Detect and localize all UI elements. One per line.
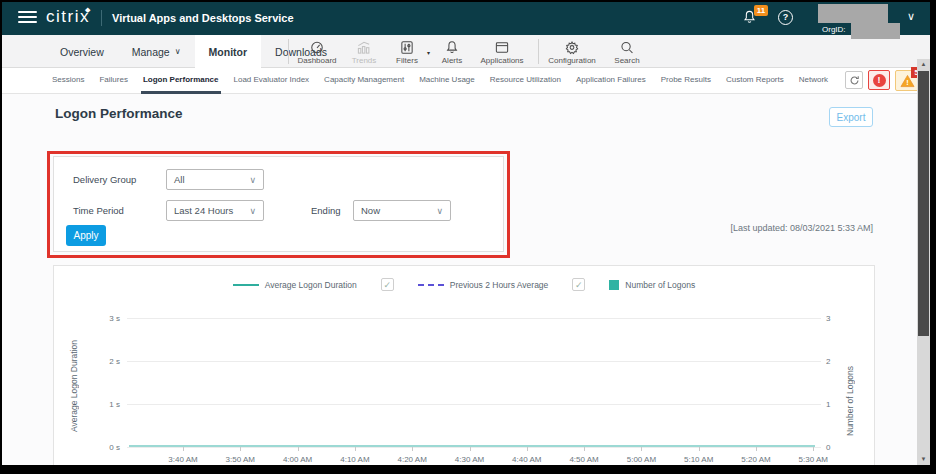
avg-logon-checkbox[interactable]: ✓	[381, 278, 394, 291]
y-tick-left: 1 s	[84, 400, 120, 409]
tab-load-evaluator-index[interactable]: Load Evaluator Index	[232, 68, 312, 94]
y-tick-left: 3 s	[84, 314, 120, 323]
prev2h-checkbox[interactable]: ✓	[572, 278, 585, 291]
x-tick-label: 5:00 AM	[615, 455, 667, 464]
tab-sessions[interactable]: Sessions	[50, 68, 86, 94]
x-tick-label: 5:30 AM	[787, 455, 839, 464]
toolbar-search-label: Search	[614, 56, 639, 65]
toolbar-trends-button[interactable]: Trends	[344, 37, 384, 67]
x-tick-label: 4:00 AM	[272, 455, 324, 464]
tab-application-failures[interactable]: Application Failures	[574, 68, 648, 94]
svg-text:!: !	[906, 78, 908, 87]
logo-divider	[101, 10, 102, 26]
x-tick-label: 5:20 AM	[730, 455, 782, 464]
refresh-button[interactable]	[845, 71, 863, 89]
y-tick-right: 3	[826, 314, 846, 323]
nav-item-label: Manage	[132, 46, 170, 58]
x-tick-mark	[470, 447, 471, 451]
scroll-up-arrow[interactable]: ▲	[917, 59, 930, 70]
delivery-group-dropdown[interactable]: All ∨	[166, 169, 264, 190]
screenshot-frame: citrix ◆ Virtual Apps and Desktops Servi…	[0, 0, 936, 474]
account-chevron-down-icon[interactable]: ∨	[907, 10, 915, 23]
gridline	[127, 318, 821, 319]
top-bar: citrix ◆ Virtual Apps and Desktops Servi…	[2, 2, 930, 35]
chevron-down-icon: ∨	[249, 175, 256, 185]
y-tick-right: 2	[826, 357, 846, 366]
notification-count-badge: 11	[754, 5, 768, 16]
nav-item-overview[interactable]: Overview	[46, 35, 118, 68]
x-tick-label: 4:20 AM	[386, 455, 438, 464]
x-tick-mark	[183, 447, 184, 451]
critical-alert-button[interactable]: !	[868, 70, 890, 90]
x-tick-mark	[584, 447, 585, 451]
x-tick-label: 3:40 AM	[157, 455, 209, 464]
help-icon[interactable]: ?	[778, 10, 793, 25]
y-tick-right: 0	[826, 443, 846, 452]
x-tick-label: 4:30 AM	[444, 455, 496, 464]
x-tick-mark	[813, 447, 814, 451]
monitor-tabs: SessionsFailuresLogon PerformanceLoad Ev…	[50, 68, 830, 94]
toolbar-search-button[interactable]: Search	[605, 37, 649, 67]
nav-item-monitor[interactable]: Monitor	[195, 35, 262, 68]
warning-alerts-button[interactable]: ! 5	[895, 70, 919, 91]
ending-value: Now	[361, 205, 380, 216]
legend-num-logons-label: Number of Logons	[625, 280, 695, 290]
hamburger-menu-icon[interactable]	[18, 11, 37, 25]
ending-dropdown[interactable]: Now ∨	[353, 200, 451, 221]
delivery-group-value: All	[174, 174, 185, 185]
filter-panel: Delivery Group All ∨ Time Period Last 24…	[53, 156, 504, 252]
exclamation-icon: !	[873, 74, 886, 87]
nav-divider	[288, 39, 289, 64]
last-updated-text: [Last updated: 08/03/2021 5:33 AM]	[602, 223, 873, 233]
x-tick-mark	[240, 447, 241, 451]
x-tick-mark	[699, 447, 700, 451]
toolbar-alerts-label: Alerts	[442, 56, 462, 65]
gridline	[127, 404, 821, 405]
time-period-value: Last 24 Hours	[174, 205, 233, 216]
delivery-group-label: Delivery Group	[73, 174, 136, 185]
app-window: citrix ◆ Virtual Apps and Desktops Servi…	[2, 2, 930, 465]
nav-item-manage[interactable]: Manage∨	[118, 35, 195, 68]
tab-network[interactable]: Network	[797, 68, 830, 94]
x-tick-mark	[298, 447, 299, 451]
time-period-label: Time Period	[73, 205, 124, 216]
tab-machine-usage[interactable]: Machine Usage	[417, 68, 477, 94]
chevron-down-icon: ∨	[175, 47, 181, 56]
chevron-down-icon: ∨	[436, 206, 443, 216]
tab-capacity-management[interactable]: Capacity Management	[322, 68, 406, 94]
vertical-scrollbar[interactable]: ▲ ▼	[917, 59, 930, 465]
x-tick-label: 3:50 AM	[214, 455, 266, 464]
x-tick-label: 4:10 AM	[329, 455, 381, 464]
tab-failures[interactable]: Failures	[97, 68, 129, 94]
y-tick-right: 1	[826, 400, 846, 409]
orgid-label: OrgID:	[822, 25, 846, 34]
username-redacted	[818, 4, 888, 23]
toolbar-applications-button[interactable]: Applications	[474, 37, 530, 67]
teal-square-swatch	[609, 280, 619, 290]
page-title: Logon Performance	[55, 106, 183, 121]
scrollbar-thumb[interactable]	[918, 71, 929, 336]
tab-logon-performance[interactable]: Logon Performance	[141, 68, 221, 94]
legend-avg-logon-label: Average Logon Duration	[265, 280, 357, 290]
filters-caret-icon[interactable]: ▾	[427, 49, 430, 56]
toolbar-configuration-button[interactable]: Configuration	[543, 37, 601, 67]
toolbar-configuration-label: Configuration	[548, 56, 596, 65]
tab-probe-results[interactable]: Probe Results	[659, 68, 713, 94]
x-tick-mark	[756, 447, 757, 451]
export-button[interactable]: Export	[829, 107, 873, 127]
scroll-down-arrow[interactable]: ▼	[917, 454, 930, 465]
apply-button[interactable]: Apply	[66, 225, 106, 246]
y-tick-left: 2 s	[84, 357, 120, 366]
time-period-dropdown[interactable]: Last 24 Hours ∨	[166, 200, 264, 221]
x-tick-label: 4:50 AM	[558, 455, 610, 464]
toolbar-dashboard-button[interactable]: Dashboard	[296, 37, 338, 67]
nav-divider-2	[538, 39, 539, 64]
toolbar-filters-button[interactable]: Filters	[390, 37, 424, 67]
chevron-down-icon: ∨	[249, 206, 256, 216]
tab-custom-reports[interactable]: Custom Reports	[724, 68, 786, 94]
gridline	[127, 447, 821, 448]
toolbar-alerts-button[interactable]: Alerts	[434, 37, 470, 67]
y-axis-left-label: Average Logon Duration	[68, 311, 80, 461]
x-tick-mark	[527, 447, 528, 451]
tab-resource-utilization[interactable]: Resource Utilization	[488, 68, 563, 94]
